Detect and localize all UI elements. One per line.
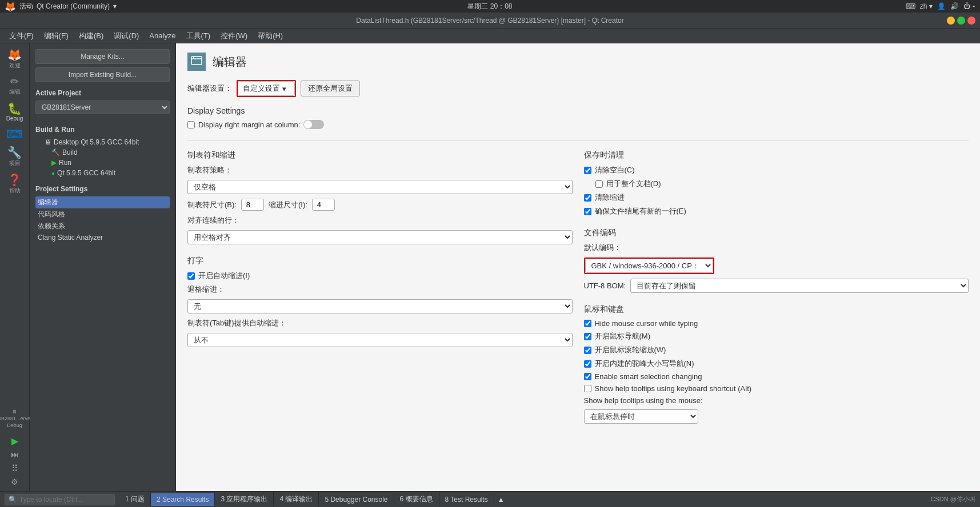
align-continuous-label: 对齐连续的行： (187, 215, 239, 226)
default-encoding-select[interactable]: GBK / windows-936-2000 / CP： (585, 259, 713, 273)
margin-checkbox-label[interactable]: Display right margin at column: (187, 120, 969, 129)
settings-dropdown[interactable]: 自定义设置 ▾ (238, 81, 295, 96)
help-label: 帮助 (9, 187, 21, 195)
sidebar-item-welcome[interactable]: 🦊 欢迎 (1, 46, 29, 73)
project-selector[interactable]: GB28181Server (35, 100, 170, 114)
main-layout: 🦊 欢迎 ✏ 编辑 🐛 Debug ⌨ 🔧 项目 ❓ 帮助 🖥 GB2881..… (0, 43, 980, 491)
menu-debug[interactable]: 调试(D) (109, 30, 143, 42)
menu-build[interactable]: 构建(B) (74, 30, 108, 42)
typing-title: 打字 (187, 256, 573, 266)
ensure-newline-label[interactable]: 确保文件结尾有新的一行(E) (584, 206, 969, 216)
backspace-select[interactable]: 无 (187, 299, 573, 313)
sidebar-item-vscode[interactable]: ⌨ (1, 125, 29, 143)
ensure-newline-checkbox[interactable] (584, 208, 591, 215)
align-continuous-row: 对齐连续的行： (187, 215, 573, 226)
settings-icon[interactable]: ⚙ (9, 476, 21, 488)
status-tab-problems[interactable]: 1 问题 (119, 492, 151, 506)
sidebar-item-session[interactable]: 🖥 GB2881...erver Debug (1, 405, 29, 432)
tree-desktop[interactable]: 🖥 Desktop Qt 5.9.5 GCC 64bit (35, 137, 170, 147)
menu-help[interactable]: 帮助(H) (253, 30, 287, 42)
entire-doc-label[interactable]: 用于整个文档(D) (595, 179, 969, 189)
tree-qt-version[interactable]: ● Qt 5.9.5 GCC 64bit (35, 168, 170, 178)
sidebar-item-project[interactable]: 🔧 项目 (1, 143, 29, 171)
locate-search-box[interactable]: 🔍 (5, 494, 115, 505)
status-tab-test[interactable]: 8 Test Results (439, 493, 494, 506)
entire-doc-checkbox[interactable] (595, 180, 603, 188)
status-tab-overview[interactable]: 6 概要信息 (394, 492, 439, 506)
session-label: GB2881...erver (0, 416, 32, 421)
status-tab-debugger[interactable]: 5 Debugger Console (319, 493, 394, 506)
scroll-zoom-checkbox[interactable] (584, 347, 591, 354)
sidebar-item-edit[interactable]: ✏ 编辑 (1, 73, 29, 99)
chevron-up-icon[interactable]: ▲ (494, 496, 508, 504)
settings-item-code-style[interactable]: 代码风格 (35, 208, 170, 220)
locate-input[interactable] (19, 496, 111, 504)
tree-build[interactable]: 🔨 Build (35, 147, 170, 158)
auto-indent-label[interactable]: 开启自动缩进(I) (187, 271, 573, 281)
utf8bom-select[interactable]: 目前存在了则保留 (630, 279, 969, 293)
reset-global-button[interactable]: 还原全局设置 (301, 81, 360, 96)
app-name: Qt Creator (Community) (37, 2, 110, 10)
tab-provides-select[interactable]: 从不 (187, 333, 573, 347)
search-icon: 🔍 (9, 496, 17, 504)
tab-size-input[interactable] (241, 199, 264, 211)
menu-tools[interactable]: 工具(T) (182, 30, 215, 42)
project-settings-label: Project Settings (35, 185, 170, 193)
power-icon[interactable]: ⏻ ▾ (963, 2, 975, 10)
help-tooltips-keyboard-label[interactable]: Show help tooltips using keyboard shortc… (584, 384, 969, 393)
status-bar: 🔍 1 问题 2 Search Results 3 应用程序输出 4 编译输出 … (0, 491, 980, 507)
clean-indent-checkbox[interactable] (584, 194, 591, 202)
hide-mouse-checkbox[interactable] (584, 320, 591, 327)
settings-item-editor[interactable]: 编辑器 (35, 196, 170, 208)
status-tab-compile[interactable]: 4 编译输出 (274, 492, 319, 506)
import-build-button[interactable]: Import Existing Build... (35, 67, 170, 82)
display-settings-section: Display Settings Display right margin at… (187, 106, 969, 129)
menu-file[interactable]: 文件(F) (5, 30, 38, 42)
margin-checkbox[interactable] (187, 121, 195, 128)
run-button[interactable]: ▶ (9, 435, 21, 446)
vscode-icon: ⌨ (6, 128, 23, 140)
auto-indent-checkbox[interactable] (187, 272, 195, 280)
status-tab-search[interactable]: 2 Search Results (151, 493, 215, 506)
settings-item-dependencies[interactable]: 依赖关系 (35, 220, 170, 232)
menu-edit[interactable]: 编辑(E) (39, 30, 73, 42)
help-tooltips-keyboard-checkbox[interactable] (584, 385, 591, 392)
menu-analyze[interactable]: Analyze (145, 30, 180, 41)
title-bar: DataListThread.h (GB28181Server/src/Thre… (0, 13, 980, 29)
minimize-button[interactable] (947, 17, 955, 25)
sidebar-item-debug[interactable]: 🐛 Debug (1, 99, 29, 125)
align-continuous-select[interactable]: 用空格对齐 (187, 230, 573, 244)
tab-sizes-row: 制表符尺寸(B): 缩进尺寸(I): (187, 199, 573, 211)
tab-provides-row: 制表符(Tab键)提供自动缩进： (187, 318, 573, 328)
settings-item-clang[interactable]: Clang Static Analyzer (35, 232, 170, 243)
margin-toggle[interactable] (303, 120, 324, 129)
edit-icon: ✏ (10, 77, 19, 87)
mouse-nav-label[interactable]: 开启鼠标导航(M) (584, 331, 969, 341)
apps-icon[interactable]: ⠿ (9, 462, 21, 474)
tree-run[interactable]: ▶ Run (35, 158, 170, 168)
indent-size-input[interactable] (312, 199, 335, 211)
manage-kits-button[interactable]: Manage Kits... (35, 49, 170, 64)
scroll-zoom-label[interactable]: 开启鼠标滚轮缩放(W) (584, 345, 969, 355)
trim-whitespace-checkbox[interactable] (584, 167, 591, 174)
hide-mouse-label[interactable]: Hide mouse cursor while typing (584, 319, 969, 328)
maximize-button[interactable] (957, 17, 965, 25)
trim-whitespace-label[interactable]: 清除空白(C) (584, 165, 969, 175)
smart-selection-label[interactable]: Enable smart selection changing (584, 372, 969, 381)
smart-selection-checkbox[interactable] (584, 373, 591, 380)
help-tooltips-mouse-select[interactable]: 在鼠标悬停时 (584, 409, 698, 424)
clean-indent-label[interactable]: 清除缩进 (584, 192, 969, 203)
menu-controls[interactable]: 控件(W) (216, 30, 252, 42)
system-bar: 🦊 活动 Qt Creator (Community) ▾ 星期三 20：08 … (0, 0, 980, 13)
sidebar-item-help[interactable]: ❓ 帮助 (1, 171, 29, 198)
status-tab-app-output[interactable]: 3 应用程序输出 (215, 492, 274, 506)
dropdown-icon[interactable]: ▾ (113, 2, 117, 10)
tab-policy-select[interactable]: 仅空格 (187, 180, 573, 194)
mouse-nav-checkbox[interactable] (584, 333, 591, 340)
step-over-button[interactable]: ⏭ (9, 449, 21, 460)
settings-config-row: 编辑器设置： 自定义设置 ▾ 还原全局设置 (187, 80, 969, 97)
camel-case-checkbox[interactable] (584, 360, 591, 368)
close-button[interactable] (967, 17, 975, 25)
user-icon: 👤 (937, 2, 946, 10)
camel-case-label[interactable]: 开启内建的驼峰大小写导航(N) (584, 359, 969, 369)
